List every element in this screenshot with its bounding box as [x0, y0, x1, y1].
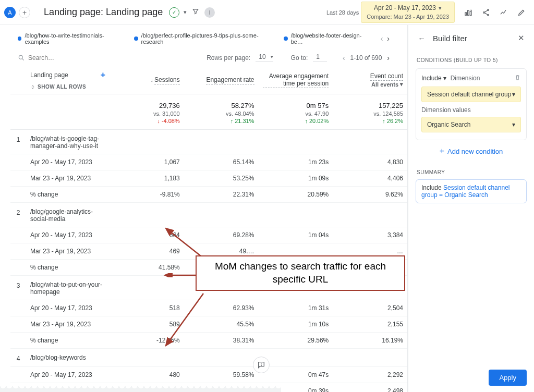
report-status-check-icon[interactable]: ✓: [169, 7, 179, 18]
preset-range-label: Last 28 days: [326, 9, 359, 16]
search-icon: [18, 54, 25, 62]
legend-item[interactable]: /blog/perfect-profile-pictures-9-tips-pl…: [134, 32, 271, 45]
filter-icon[interactable]: [190, 6, 201, 19]
legend-item[interactable]: /blog/website-footer-design-be…: [284, 32, 368, 45]
pager-status: 1-10 of 690: [350, 54, 382, 62]
cell-value: 2,498: [333, 383, 407, 393]
show-all-label: SHOW ALL ROWS: [38, 84, 86, 90]
filter-badge[interactable]: I: [204, 7, 215, 18]
date-range-picker[interactable]: Apr 20 - May 17, 2023 ▾ Compare: Mar 23 …: [361, 2, 455, 23]
dimension-cell[interactable]: /blog/what-to-put-on-your-homepage: [26, 276, 110, 300]
cell-value: 62.93%: [184, 300, 259, 316]
svg-rect-1: [468, 10, 469, 15]
close-icon[interactable]: ✕: [516, 31, 527, 45]
plus-icon: +: [440, 146, 444, 156]
table-row[interactable]: 4 /blog/blog-keywords: [10, 349, 407, 367]
cell-value: 4,406: [333, 170, 407, 187]
add-condition-button[interactable]: + Add new condition: [416, 140, 527, 162]
dimension-cell[interactable]: /blog/what-is-google-tag-manager-and-why…: [26, 130, 110, 154]
page-title: Landing page: Landing page: [44, 7, 163, 18]
table-row[interactable]: Apr 20 - May 17, 2023 664 69.28% 1m 04s …: [10, 227, 407, 243]
legend-dot-icon: [18, 36, 21, 41]
chevron-down-icon[interactable]: ▾: [184, 9, 187, 16]
col-engagement-rate[interactable]: Engagement rate: [206, 76, 254, 84]
report-actions: [462, 6, 528, 19]
table-row[interactable]: Mar 23 - Apr 19, 2023 589 45.5% 1m 10s 2…: [10, 316, 407, 333]
back-icon[interactable]: ←: [416, 32, 428, 45]
goto-label: Go to:: [291, 54, 308, 62]
expand-icon: [30, 84, 35, 90]
insights-icon[interactable]: [497, 6, 510, 19]
summary-engrate-vs: vs. 48.04%: [188, 111, 254, 117]
goto-value: 1: [316, 53, 320, 60]
table-row[interactable]: 2 /blog/google-analytics-social-media: [10, 203, 407, 227]
cell-value: 480: [110, 367, 184, 383]
sort-desc-icon[interactable]: ↓: [151, 77, 154, 83]
delete-condition-icon[interactable]: [514, 74, 521, 82]
legend-prev-icon[interactable]: ‹: [381, 34, 383, 43]
avatar[interactable]: A: [4, 7, 16, 18]
feedback-icon: [257, 361, 265, 369]
event-filter-select[interactable]: All events ▾: [371, 81, 403, 88]
table-row[interactable]: Mar 23 - Apr 19, 2023 1,183 53.25% 1m 09…: [10, 170, 407, 187]
cell-value: 3,384: [333, 227, 407, 243]
add-dimension-button[interactable]: +: [101, 70, 105, 80]
add-button[interactable]: +: [19, 7, 30, 18]
pager-next-icon[interactable]: ›: [387, 54, 390, 62]
legend-label: /blog/website-footer-design-be…: [291, 32, 368, 45]
summary-sessions-vs: vs. 31,000: [114, 111, 180, 117]
summary-events-value: 157,225: [337, 102, 403, 109]
share-icon[interactable]: [480, 6, 492, 19]
table-search[interactable]: [18, 54, 201, 62]
dimension-cell[interactable]: /blog/blog-keywords: [26, 349, 110, 367]
chevron-down-icon: ▾: [512, 121, 515, 128]
table-row[interactable]: 1 /blog/what-is-google-tag-manager-and-w…: [10, 130, 407, 154]
legend-label: /blog/how-to-write-testimonials-examples: [25, 32, 122, 45]
edit-icon[interactable]: [515, 6, 528, 19]
cell-value: 0m 47s: [259, 367, 333, 383]
period-label: Apr 20 - May 17, 2023: [26, 367, 110, 383]
legend-next-icon[interactable]: ›: [387, 34, 390, 43]
apply-button[interactable]: Apply: [489, 370, 527, 386]
period-label: % change: [26, 260, 110, 276]
row-number: 1: [10, 130, 26, 154]
pager-prev-icon[interactable]: ‹: [343, 54, 345, 62]
col-avg-engagement[interactable]: Average engagement time per session: [263, 72, 329, 88]
table-row[interactable]: Apr 20 - May 17, 2023 1,067 65.14% 1m 23…: [10, 154, 407, 170]
summary-section-label: SUMMARY: [416, 162, 527, 179]
table-row[interactable]: Apr 20 - May 17, 2023 518 62.93% 1m 31s …: [10, 300, 407, 316]
match-type-select[interactable]: Include ▾: [421, 75, 446, 82]
dimension-select[interactable]: Session default channel group ▾: [421, 87, 521, 102]
dimension-value-select[interactable]: Organic Search ▾: [421, 117, 521, 132]
summary-avgeng-vs: vs. 47.90: [263, 111, 329, 117]
table-row[interactable]: Apr 20 - May 17, 2023 480 59.58% 0m 47s …: [10, 367, 407, 383]
cell-value: 589: [110, 316, 184, 333]
dimension-header[interactable]: Landing page: [30, 71, 68, 79]
cell-value: 1m 09s: [259, 170, 333, 187]
legend-label: /blog/perfect-profile-pictures-9-tips-pl…: [141, 32, 272, 45]
dimension-select-value: Session default channel group: [427, 91, 511, 98]
legend-item[interactable]: /blog/how-to-write-testimonials-examples: [18, 32, 122, 45]
customize-report-icon[interactable]: [462, 6, 475, 19]
dimension-values-label: Dimension values: [421, 106, 521, 114]
show-all-rows-button[interactable]: SHOW ALL ROWS: [30, 84, 105, 90]
period-label: Apr 20 - May 17, 2023: [26, 154, 110, 170]
table-row[interactable]: % change -9.81% 22.31% 20.59% 9.62%: [10, 187, 407, 203]
cell-value: 29.56%: [259, 333, 333, 349]
dimension-cell[interactable]: /blog/google-analytics-social-media: [26, 203, 110, 227]
torn-edge-decoration: [0, 386, 281, 392]
chevron-down-icon: ▾: [443, 75, 446, 82]
summary-events-vs: vs. 124,585: [337, 111, 403, 117]
cell-value: 65.14%: [184, 154, 259, 170]
goto-input[interactable]: 1: [313, 53, 327, 62]
col-event-count[interactable]: Event count: [370, 72, 403, 81]
feedback-button[interactable]: [253, 357, 270, 373]
cell-value: -9.81%: [110, 187, 184, 203]
svg-point-6: [19, 55, 22, 59]
chevron-down-icon: ▾: [400, 81, 403, 88]
table-row[interactable]: % change -12.05% 38.31% 29.56% 16.19%: [10, 333, 407, 349]
rows-per-page-select[interactable]: 10▾: [256, 53, 273, 62]
col-sessions[interactable]: Sessions: [154, 76, 180, 84]
search-input[interactable]: [28, 54, 91, 62]
rows-per-page-label: Rows per page:: [207, 54, 250, 62]
